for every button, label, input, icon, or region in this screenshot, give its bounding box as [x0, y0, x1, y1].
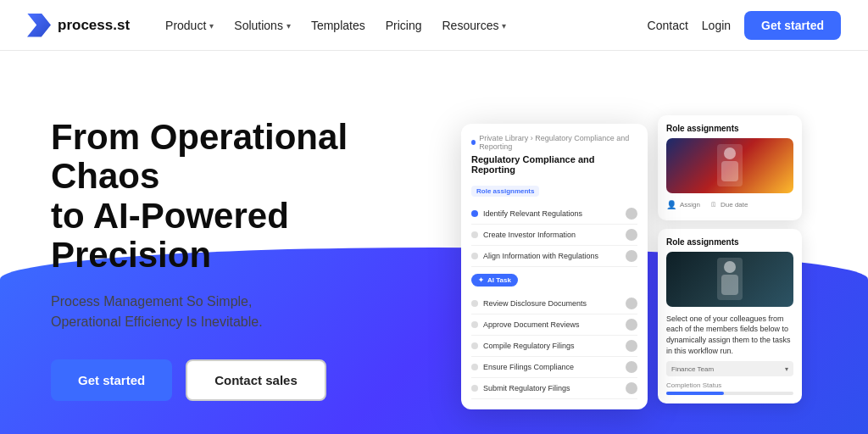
row-dot-icon — [471, 231, 478, 238]
mockup-row: Ensure Filings Compliance — [471, 357, 637, 378]
nav-links: Product ▾ Solutions ▾ Templates Pricing … — [157, 14, 515, 37]
nav-item-templates[interactable]: Templates — [303, 14, 374, 37]
mockup-row: Identify Relevant Regulations — [471, 203, 637, 225]
mockup-row: Create Investor Information — [471, 225, 637, 246]
hero-subtitle: Process Management So Simple, Operationa… — [51, 292, 441, 332]
logo-text: process.st — [58, 17, 130, 34]
mockup-row: Submit Regulatory Filings — [471, 378, 637, 399]
logo[interactable]: process.st — [27, 14, 130, 37]
avatar — [626, 361, 637, 373]
side-card-1-title: Role assignments — [666, 124, 793, 133]
avatar — [626, 229, 637, 241]
logo-icon — [27, 14, 51, 37]
main-mockup-card: Private Library › Regulatory Compliance … — [461, 124, 648, 409]
hero-contact-sales-button[interactable]: Contact sales — [186, 359, 326, 401]
avatar — [626, 319, 637, 331]
chevron-down-icon: ▾ — [209, 21, 214, 31]
ai-badge: ✦ AI Task — [471, 274, 518, 287]
chevron-down-icon: ▾ — [287, 21, 291, 31]
person-image — [717, 144, 743, 186]
chevron-down-icon: ▾ — [502, 21, 506, 31]
mockup-side-cards: Role assignments 👤 Assign 🗓 Due date Rol… — [658, 115, 802, 403]
hero-left: From Operational Chaos to AI-Powered Pre… — [51, 118, 441, 401]
mockup-row: Approve Document Reviews — [471, 314, 637, 336]
assign-icon: 👤 — [666, 200, 676, 209]
mockup-row: Review Disclosure Documents — [471, 293, 637, 314]
row-dot-icon — [471, 364, 478, 370]
avatar — [626, 208, 637, 220]
avatar — [626, 298, 637, 309]
mockup-title: Regulatory Compliance and Reporting — [471, 154, 637, 175]
role-select-dropdown[interactable]: Finance Team ▾ — [666, 361, 793, 376]
mockup-tag: Role assignments — [471, 186, 539, 197]
login-link[interactable]: Login — [702, 19, 731, 32]
row-dot-icon — [471, 342, 478, 349]
mockup-row: Compile Regulatory Filings — [471, 336, 637, 357]
nav-item-pricing[interactable]: Pricing — [377, 14, 431, 37]
navbar-left: process.st Product ▾ Solutions ▾ Templat… — [27, 14, 515, 37]
role-description: Select one of your colleagues from each … — [666, 314, 793, 356]
row-dot-icon — [471, 210, 478, 217]
contact-link[interactable]: Contact — [648, 19, 688, 32]
row-dot-icon — [471, 253, 478, 259]
hero-get-started-button[interactable]: Get started — [51, 359, 172, 401]
person-image-2 — [717, 258, 743, 300]
side-card-2-title: Role assignments — [666, 237, 793, 247]
row-dot-icon — [471, 385, 478, 392]
avatar — [626, 340, 637, 352]
row-dot-icon — [471, 321, 478, 328]
mockup-row: Align Information with Regulations — [471, 246, 637, 267]
get-started-button[interactable]: Get started — [744, 11, 841, 40]
row-dot-icon — [471, 300, 478, 307]
hero-right: Private Library › Regulatory Compliance … — [461, 115, 817, 403]
side-card-1-image — [666, 138, 793, 193]
avatar — [626, 250, 637, 262]
completion-label: Completion Status — [666, 381, 793, 389]
navbar: process.st Product ▾ Solutions ▾ Templat… — [0, 0, 868, 51]
chevron-down-icon: ▾ — [785, 365, 788, 373]
hero-buttons: Get started Contact sales — [51, 359, 441, 401]
completion-fill — [666, 392, 724, 395]
hero-title: From Operational Chaos to AI-Powered Pre… — [51, 118, 441, 275]
nav-item-resources[interactable]: Resources ▾ — [434, 14, 515, 37]
nav-item-product[interactable]: Product ▾ — [157, 14, 222, 37]
side-card-2: Role assignments Select one of your coll… — [658, 229, 802, 403]
nav-item-solutions[interactable]: Solutions ▾ — [225, 14, 299, 37]
breadcrumb-dot — [471, 140, 476, 145]
avatar — [626, 382, 637, 394]
side-card-1: Role assignments 👤 Assign 🗓 Due date — [658, 115, 802, 220]
completion-bar — [666, 392, 793, 395]
navbar-right: Contact Login Get started — [648, 11, 841, 40]
hero-section: From Operational Chaos to AI-Powered Pre… — [0, 51, 868, 434]
mockup-breadcrumb: Private Library › Regulatory Compliance … — [471, 134, 637, 151]
assign-field: 👤 Assign 🗓 Due date — [666, 200, 793, 209]
side-card-2-image — [666, 252, 793, 307]
